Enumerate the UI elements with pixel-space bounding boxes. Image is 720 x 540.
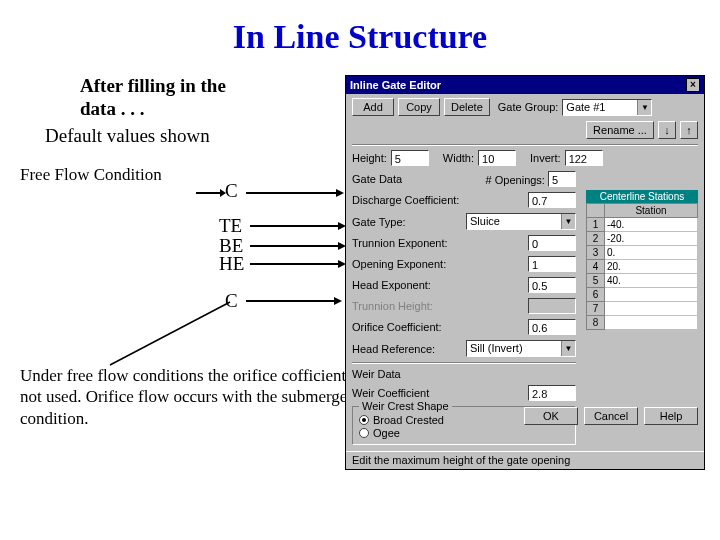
add-button[interactable]: Add <box>352 98 394 116</box>
svg-marker-3 <box>336 189 344 197</box>
trunnion-height-input <box>528 298 576 314</box>
width-label: Width: <box>443 152 474 164</box>
opening-exponent-label: Opening Exponent: <box>352 258 446 270</box>
gate-type-label: Gate Type: <box>352 216 406 228</box>
height-input[interactable]: 5 <box>391 150 429 166</box>
slide-title: In Line Structure <box>0 18 720 56</box>
gate-group-label: Gate Group: <box>498 101 559 113</box>
arrow-c-orifice <box>246 296 346 306</box>
ok-button[interactable]: OK <box>524 407 578 425</box>
weir-crest-shape-label: Weir Crest Shape <box>359 400 452 412</box>
stations-header: Centerline Stations <box>586 190 698 203</box>
intro-line2: data . . . <box>80 98 350 121</box>
station-cell[interactable]: 40. <box>605 274 698 288</box>
head-exponent-label: Head Exponent: <box>352 279 431 291</box>
trunnion-exponent-label: Trunnion Exponent: <box>352 237 448 249</box>
weir-data-label: Weir Data <box>352 368 401 380</box>
invert-input[interactable]: 122 <box>565 150 603 166</box>
label-te: TE <box>219 215 242 237</box>
move-up-button[interactable]: ↑ <box>680 121 698 139</box>
arrow-freeflow <box>196 187 346 199</box>
trunnion-height-label: Trunnion Height: <box>352 300 433 312</box>
cancel-button[interactable]: Cancel <box>584 407 638 425</box>
free-flow-label: Free Flow Condition <box>20 165 350 185</box>
radio-icon <box>359 428 369 438</box>
head-exponent-input[interactable]: 0.5 <box>528 277 576 293</box>
radio-broad-label: Broad Crested <box>373 414 444 426</box>
arrow-be <box>250 241 350 251</box>
dialog-title: Inline Gate Editor <box>350 76 441 94</box>
station-cell[interactable]: -20. <box>605 232 698 246</box>
help-button[interactable]: Help <box>644 407 698 425</box>
label-he: HE <box>219 253 244 275</box>
discharge-coef-label: Discharge Coefficient: <box>352 194 459 206</box>
openings-input[interactable]: 5 <box>548 171 576 187</box>
arrow-te <box>250 221 350 231</box>
radio-ogee-label: Ogee <box>373 427 400 439</box>
centerline-stations-panel: Centerline Stations Station 1-40. 2-20. … <box>586 190 698 330</box>
invert-label: Invert: <box>530 152 561 164</box>
arrow-he <box>250 259 350 269</box>
orifice-coef-input[interactable]: 0.6 <box>528 319 576 335</box>
stations-table[interactable]: Station 1-40. 2-20. 30. 420. 540. 6 7 8 <box>586 203 698 330</box>
divider <box>352 144 698 146</box>
annotation-pane: After filling in the data . . . Default … <box>20 75 350 185</box>
svg-marker-1 <box>220 189 226 197</box>
chevron-down-icon[interactable]: ▼ <box>561 341 575 356</box>
station-cell[interactable]: 0. <box>605 246 698 260</box>
intro-line1: After filling in the <box>80 75 350 98</box>
footnote-connector <box>100 300 240 375</box>
station-cell[interactable] <box>605 288 698 302</box>
dialog-titlebar[interactable]: Inline Gate Editor × <box>346 76 704 94</box>
width-input[interactable]: 10 <box>478 150 516 166</box>
rename-button[interactable]: Rename ... <box>586 121 654 139</box>
gate-data-label: Gate Data <box>352 173 402 185</box>
gate-type-select[interactable]: Sluice ▼ <box>466 213 576 230</box>
svg-line-12 <box>110 302 230 365</box>
height-label: Height: <box>352 152 387 164</box>
status-bar: Edit the maximum height of the gate open… <box>346 451 704 469</box>
divider <box>352 362 576 364</box>
station-cell[interactable]: -40. <box>605 218 698 232</box>
weir-coef-input[interactable]: 2.8 <box>528 385 576 401</box>
opening-exponent-input[interactable]: 1 <box>528 256 576 272</box>
head-reference-label: Head Reference: <box>352 343 435 355</box>
copy-button[interactable]: Copy <box>398 98 440 116</box>
head-reference-value: Sill (Invert) <box>467 341 561 356</box>
radio-ogee[interactable]: Ogee <box>359 427 569 439</box>
station-column-header: Station <box>605 204 698 218</box>
chevron-down-icon[interactable]: ▼ <box>637 100 651 115</box>
station-cell[interactable] <box>605 302 698 316</box>
svg-marker-11 <box>334 297 342 305</box>
intro-line3: Default values shown <box>45 125 350 147</box>
chevron-down-icon[interactable]: ▼ <box>561 214 575 229</box>
head-reference-select[interactable]: Sill (Invert) ▼ <box>466 340 576 357</box>
openings-label: # Openings: <box>486 174 545 186</box>
gate-group-value: Gate #1 <box>563 100 637 115</box>
close-icon[interactable]: × <box>686 78 700 92</box>
orifice-coef-label: Orifice Coefficient: <box>352 321 442 333</box>
discharge-coef-input[interactable]: 0.7 <box>528 192 576 208</box>
station-cell[interactable]: 20. <box>605 260 698 274</box>
gate-type-value: Sluice <box>467 214 561 229</box>
weir-coef-label: Weir Coefficient <box>352 387 429 399</box>
inline-gate-editor-dialog: Inline Gate Editor × Add Copy Delete Gat… <box>345 75 705 470</box>
delete-button[interactable]: Delete <box>444 98 490 116</box>
move-down-button[interactable]: ↓ <box>658 121 676 139</box>
station-cell[interactable] <box>605 316 698 330</box>
radio-icon <box>359 415 369 425</box>
footnote-text: Under free flow conditions the orifice c… <box>20 365 380 429</box>
gate-group-select[interactable]: Gate #1 ▼ <box>562 99 652 116</box>
trunnion-exponent-input[interactable]: 0 <box>528 235 576 251</box>
